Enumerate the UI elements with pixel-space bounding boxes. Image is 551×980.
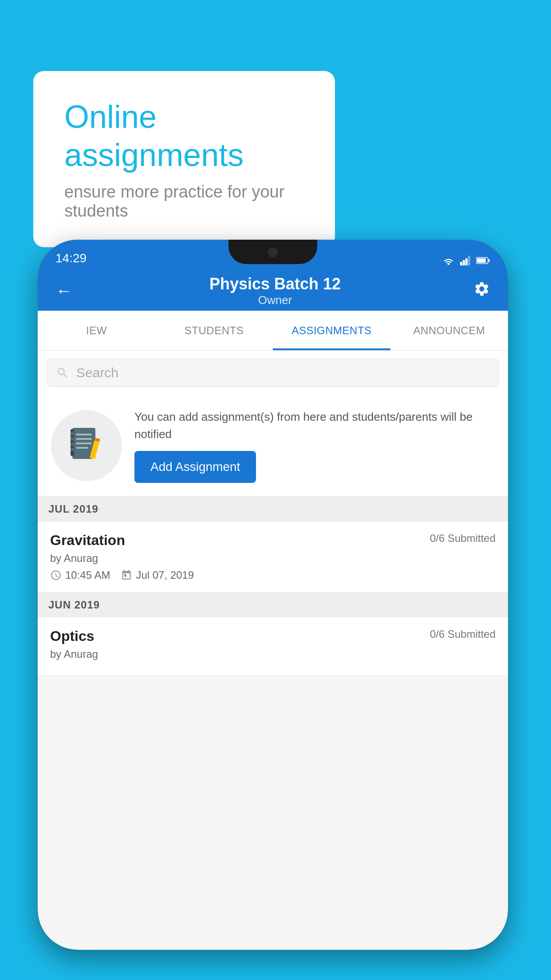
assignment-by-gravitation: by Anurag <box>50 552 496 565</box>
gear-icon <box>473 281 490 297</box>
assignment-submitted-gravitation: 0/6 Submitted <box>430 532 496 545</box>
section-header-jul: JUL 2019 <box>38 497 508 522</box>
assignment-date-value: Jul 07, 2019 <box>136 569 194 581</box>
app-bar-subtitle: Owner <box>81 293 469 307</box>
assignment-time: 10:45 AM <box>50 569 110 581</box>
svg-rect-8 <box>76 434 92 435</box>
svg-point-14 <box>71 437 74 441</box>
svg-point-16 <box>71 448 74 451</box>
svg-rect-2 <box>465 258 468 265</box>
search-container: Search <box>38 351 508 395</box>
tab-announcements[interactable]: ANNOUNCEM <box>390 311 508 350</box>
phone-frame: 14:29 <box>38 240 508 950</box>
tabs-bar: IEW STUDENTS ASSIGNMENTS ANNOUNCEM <box>38 311 508 351</box>
assignment-name-gravitation: Gravitation <box>50 532 125 549</box>
assignment-row-top-optics: Optics 0/6 Submitted <box>50 628 496 644</box>
assignment-item-gravitation[interactable]: Gravitation 0/6 Submitted by Anurag 10:4… <box>38 522 508 593</box>
search-placeholder: Search <box>76 365 118 380</box>
promo-text-area: You can add assignment(s) from here and … <box>134 408 495 483</box>
add-assignment-button[interactable]: Add Assignment <box>134 451 256 483</box>
svg-point-13 <box>71 432 74 435</box>
tab-students[interactable]: STUDENTS <box>155 311 273 350</box>
notebook-icon <box>69 426 104 466</box>
svg-rect-0 <box>460 262 462 265</box>
svg-rect-3 <box>468 256 470 265</box>
tab-assignments[interactable]: ASSIGNMENTS <box>273 311 390 350</box>
svg-rect-9 <box>76 438 92 440</box>
clock-icon <box>50 569 62 581</box>
settings-button[interactable] <box>469 276 495 305</box>
signal-icon <box>460 256 471 265</box>
app-bar-title: Physics Batch 12 <box>81 275 469 293</box>
back-button[interactable]: ← <box>51 277 77 305</box>
svg-point-15 <box>71 443 74 446</box>
tab-iew[interactable]: IEW <box>38 311 155 350</box>
promo-icon-circle <box>51 410 122 481</box>
svg-rect-10 <box>76 443 92 444</box>
speech-bubble-subtitle: ensure more practice for your students <box>64 182 304 221</box>
assignment-row-top: Gravitation 0/6 Submitted <box>50 532 496 549</box>
svg-rect-5 <box>488 259 490 262</box>
svg-rect-11 <box>76 447 88 449</box>
assignment-name-optics: Optics <box>50 628 94 644</box>
speech-bubble: Online assignments ensure more practice … <box>33 71 335 247</box>
assignment-date: Jul 07, 2019 <box>121 569 194 581</box>
promo-card: You can add assignment(s) from here and … <box>38 395 508 497</box>
battery-icon <box>476 257 490 265</box>
assignment-meta-gravitation: 10:45 AM Jul 07, 2019 <box>50 569 496 581</box>
promo-description: You can add assignment(s) from here and … <box>134 408 495 443</box>
status-time: 14:29 <box>55 251 87 265</box>
phone-notch <box>228 240 317 264</box>
svg-rect-6 <box>477 258 486 263</box>
calendar-icon <box>121 569 132 581</box>
speech-bubble-title: Online assignments <box>64 98 304 174</box>
assignment-time-value: 10:45 AM <box>65 569 110 581</box>
speech-bubble-container: Online assignments ensure more practice … <box>33 71 335 247</box>
svg-rect-1 <box>463 260 465 265</box>
app-content: 14:29 <box>38 240 508 950</box>
assignment-item-optics[interactable]: Optics 0/6 Submitted by Anurag <box>38 617 508 676</box>
assignment-by-optics: by Anurag <box>50 648 496 660</box>
phone-camera <box>268 248 278 257</box>
phone-container: 14:29 <box>38 240 508 950</box>
search-icon <box>56 366 69 379</box>
status-icons <box>442 256 490 265</box>
app-bar-title-area: Physics Batch 12 Owner <box>81 275 469 307</box>
section-header-jun: JUN 2019 <box>38 593 508 617</box>
assignment-submitted-optics: 0/6 Submitted <box>430 628 496 640</box>
search-input-wrapper[interactable]: Search <box>47 359 499 387</box>
wifi-icon <box>442 256 455 265</box>
